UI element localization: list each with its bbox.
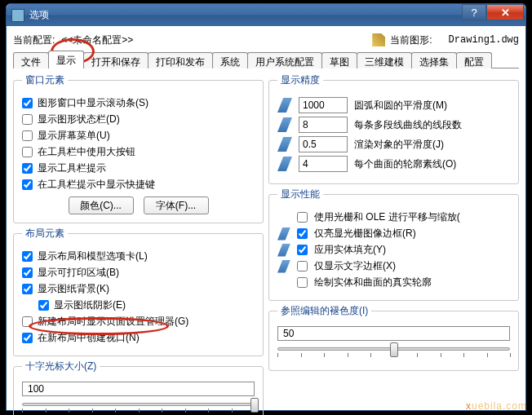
perf-checkbox-4[interactable]	[297, 277, 308, 288]
app-icon	[11, 9, 24, 22]
perf-item-3[interactable]: 仅显示文字边框(X)	[277, 259, 510, 273]
crosshair-legend: 十字光标大小(Z)	[22, 360, 100, 373]
fade-value[interactable]: 50	[277, 326, 510, 341]
layout-el-label-0: 显示布局和模型选项卡(L)	[38, 249, 148, 263]
tab-2[interactable]: 打开和保存	[83, 52, 149, 68]
window-el-checkbox-5[interactable]	[22, 179, 33, 190]
precision-row-0: 圆弧和圆的平滑度(M)	[277, 97, 510, 113]
current-config-label: 当前配置:	[13, 33, 55, 47]
fade-legend: 参照编辑的褪色度(I)	[277, 304, 371, 318]
window-el-label-5: 在工具栏提示中显示快捷键	[38, 178, 155, 192]
fade-group: 参照编辑的褪色度(I) 50	[268, 304, 519, 371]
window-el-label-1: 显示图形状态栏(D)	[38, 113, 120, 126]
layout-el-label-5: 在新布局中创建视口(N)	[38, 331, 140, 345]
precision-row-2: 渲染对象的平滑度(J)	[277, 136, 510, 152]
drawing-icon	[372, 33, 385, 46]
window-el-checkbox-0[interactable]	[22, 98, 33, 108]
window-elements-legend: 窗口元素	[22, 73, 68, 87]
precision-input-3[interactable]	[299, 156, 348, 172]
window-el-checkbox-3[interactable]	[22, 147, 33, 157]
window-el-checkbox-4[interactable]	[22, 163, 33, 174]
window-el-checkbox-2[interactable]	[22, 130, 33, 141]
tab-strip: 文件显示打开和保存打印和发布系统用户系统配置草图三维建模选择集配置	[13, 51, 519, 68]
tab-4[interactable]: 系统	[212, 52, 248, 68]
performance-legend: 显示性能	[277, 188, 323, 201]
perf-icon	[277, 227, 290, 241]
window-el-item-3[interactable]: 在工具栏中使用大按钮	[22, 145, 255, 159]
color-button[interactable]: 颜色(C)...	[69, 196, 134, 214]
layout-el-checkbox-3[interactable]	[38, 300, 49, 311]
tab-8[interactable]: 选择集	[411, 52, 457, 68]
tab-7[interactable]: 三维建模	[357, 52, 412, 68]
layout-el-item-0[interactable]: 显示布局和模型选项卡(L)	[22, 249, 255, 263]
window-el-item-0[interactable]: 图形窗口中显示滚动条(S)	[22, 96, 255, 110]
perf-label-4: 绘制实体和曲面的真实轮廓	[314, 276, 432, 289]
perf-label-0: 使用光栅和 OLE 进行平移与缩放(	[314, 210, 460, 224]
perf-item-4[interactable]: 绘制实体和曲面的真实轮廓	[277, 276, 510, 289]
window-el-item-4[interactable]: 显示工具栏提示	[22, 161, 255, 175]
window-elements-group: 窗口元素 图形窗口中显示滚动条(S)显示图形状态栏(D)显示屏幕菜单(U)在工具…	[13, 73, 264, 223]
close-window-button[interactable]: ✕	[486, 4, 524, 20]
tab-1[interactable]: 显示	[48, 51, 84, 68]
layout-el-checkbox-0[interactable]	[22, 251, 33, 262]
current-drawing-label: 当前图形:	[390, 33, 432, 47]
crosshair-value[interactable]: 100	[22, 382, 255, 396]
perf-checkbox-0[interactable]	[297, 212, 308, 223]
window-el-label-0: 图形窗口中显示滚动条(S)	[38, 96, 149, 110]
perf-icon	[277, 244, 290, 257]
current-drawing-value: Drawing1.dwg	[449, 34, 519, 46]
perf-checkbox-2[interactable]	[297, 245, 308, 255]
perf-item-0[interactable]: 使用光栅和 OLE 进行平移与缩放(	[277, 210, 510, 224]
perf-label-3: 仅显示文字边框(X)	[314, 259, 396, 273]
precision-group: 显示精度 圆弧和圆的平滑度(M)每条多段线曲线的线段数渲染对象的平滑度(J)每个…	[268, 73, 519, 184]
window-el-label-3: 在工具栏中使用大按钮	[38, 145, 135, 159]
window-el-label-4: 显示工具栏提示	[38, 161, 106, 175]
layout-el-checkbox-4[interactable]	[22, 316, 33, 327]
layout-el-item-2[interactable]: 显示图纸背景(K)	[22, 282, 255, 296]
help-window-button[interactable]: ?	[462, 4, 486, 20]
precision-legend: 显示精度	[277, 73, 323, 87]
current-config-value: <<未命名配置>>	[61, 33, 133, 47]
layout-el-label-2: 显示图纸背景(K)	[38, 282, 109, 296]
tab-3[interactable]: 打印和发布	[148, 52, 213, 68]
window-el-item-5[interactable]: 在工具栏提示中显示快捷键	[22, 178, 255, 192]
crosshair-group: 十字光标大小(Z) 100	[13, 360, 264, 415]
fade-slider[interactable]	[277, 344, 510, 362]
layout-el-item-3[interactable]: 显示图纸阴影(E)	[38, 298, 255, 312]
precision-label-2: 渲染对象的平滑度(J)	[354, 138, 444, 152]
perf-item-2[interactable]: 应用实体填充(Y)	[277, 243, 510, 257]
precision-input-0[interactable]	[299, 97, 348, 113]
precision-row-1: 每条多段线曲线的线段数	[277, 117, 510, 133]
window-el-item-2[interactable]: 显示屏幕菜单(U)	[22, 129, 255, 143]
precision-row-3: 每个曲面的轮廓素线(O)	[277, 156, 510, 172]
layout-el-label-4: 新建布局时显示页面设置管理器(G)	[38, 315, 188, 329]
layout-el-checkbox-5[interactable]	[22, 333, 33, 343]
layout-el-checkbox-1[interactable]	[22, 267, 33, 278]
layout-el-item-5[interactable]: 在新布局中创建视口(N)	[22, 331, 255, 345]
tab-5[interactable]: 用户系统配置	[247, 52, 322, 68]
tab-9[interactable]: 配置	[456, 52, 492, 68]
layout-el-checkbox-2[interactable]	[22, 284, 33, 294]
perf-item-1[interactable]: 仅亮显光栅图像边框(R)	[277, 227, 510, 241]
perf-label-1: 仅亮显光栅图像边框(R)	[314, 227, 416, 241]
precision-label-3: 每个曲面的轮廓素线(O)	[354, 157, 456, 171]
layout-el-label-1: 显示可打印区域(B)	[38, 266, 119, 280]
font-button[interactable]: 字体(F)...	[144, 196, 209, 214]
crosshair-slider[interactable]	[22, 400, 255, 415]
titlebar: 选项 ? ✕	[7, 4, 525, 26]
window-el-item-1[interactable]: 显示图形状态栏(D)	[22, 113, 255, 126]
window-el-checkbox-1[interactable]	[22, 114, 33, 125]
layout-elements-legend: 布局元素	[22, 227, 68, 241]
precision-input-1[interactable]	[299, 117, 348, 133]
perf-checkbox-3[interactable]	[297, 261, 308, 272]
perf-label-2: 应用实体填充(Y)	[314, 243, 386, 257]
layout-el-item-1[interactable]: 显示可打印区域(B)	[22, 266, 255, 280]
tab-6[interactable]: 草图	[321, 52, 357, 68]
performance-group: 显示性能 使用光栅和 OLE 进行平移与缩放(仅亮显光栅图像边框(R)应用实体填…	[268, 188, 519, 301]
tab-0[interactable]: 文件	[13, 52, 49, 68]
watermark: xuebila.com	[466, 398, 527, 412]
perf-checkbox-1[interactable]	[297, 228, 308, 239]
layout-el-item-4[interactable]: 新建布局时显示页面设置管理器(G)	[22, 315, 255, 329]
precision-input-2[interactable]	[299, 136, 348, 152]
precision-icon	[277, 98, 292, 113]
